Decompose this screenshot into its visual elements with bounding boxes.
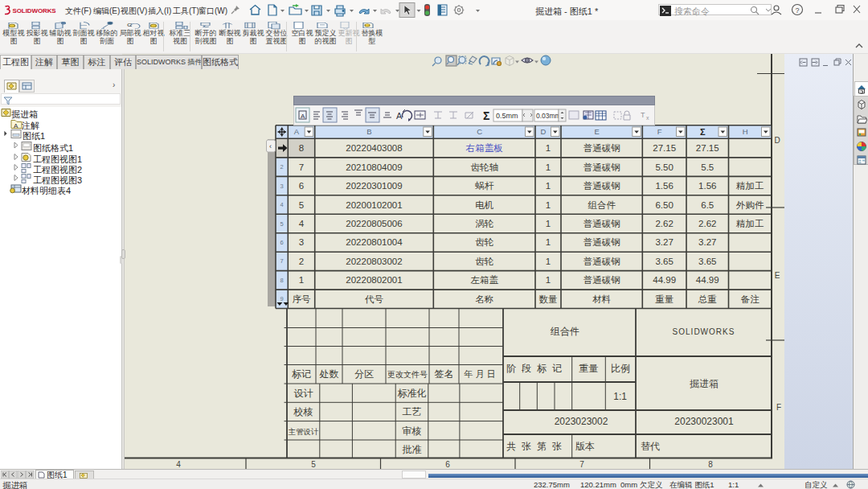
svg-text:普通碳钢: 普通碳钢 bbox=[583, 143, 620, 153]
svg-text:SOLIDWORKS: SOLIDWORKS bbox=[673, 327, 735, 336]
svg-text:代号: 代号 bbox=[364, 294, 384, 304]
svg-text:4: 4 bbox=[299, 219, 305, 228]
svg-text:6: 6 bbox=[280, 239, 284, 246]
svg-text:4: 4 bbox=[176, 460, 181, 469]
svg-text:3.27: 3.27 bbox=[655, 237, 673, 247]
svg-text:替代: 替代 bbox=[641, 441, 660, 452]
svg-text:9: 9 bbox=[280, 295, 284, 302]
svg-text:2.62: 2.62 bbox=[698, 219, 716, 228]
svg-text:1: 1 bbox=[546, 257, 551, 266]
svg-text:E: E bbox=[775, 271, 780, 280]
svg-text:7: 7 bbox=[579, 460, 584, 469]
svg-text:1: 1 bbox=[299, 275, 304, 285]
svg-text:2: 2 bbox=[299, 257, 304, 266]
svg-text:普通碳钢: 普通碳钢 bbox=[583, 181, 620, 191]
svg-text:1: 1 bbox=[546, 200, 551, 210]
svg-text:序号: 序号 bbox=[293, 294, 312, 304]
svg-text:3.65: 3.65 bbox=[698, 257, 716, 266]
svg-text:1.56: 1.56 bbox=[698, 181, 716, 191]
svg-text:处数: 处数 bbox=[319, 368, 339, 380]
svg-text:20220802001: 20220802001 bbox=[346, 275, 402, 285]
svg-text:版本: 版本 bbox=[575, 441, 595, 452]
svg-text:审核: 审核 bbox=[403, 425, 422, 437]
svg-text:主管设计: 主管设计 bbox=[289, 427, 320, 436]
svg-text:T: T bbox=[641, 111, 645, 119]
svg-text:分区: 分区 bbox=[354, 368, 374, 380]
svg-text:5: 5 bbox=[299, 200, 304, 210]
svg-text:D: D bbox=[541, 127, 547, 136]
svg-text:备注: 备注 bbox=[741, 294, 760, 304]
svg-text:掘进箱: 掘进箱 bbox=[690, 378, 719, 389]
svg-text:组合件: 组合件 bbox=[550, 326, 579, 337]
svg-text:1.56: 1.56 bbox=[655, 181, 673, 191]
svg-text:普通碳钢: 普通碳钢 bbox=[583, 219, 620, 228]
svg-text:齿轮: 齿轮 bbox=[475, 237, 494, 247]
svg-text:材料: 材料 bbox=[592, 294, 611, 304]
svg-text:名称: 名称 bbox=[475, 294, 493, 304]
svg-text:4: 4 bbox=[280, 201, 284, 208]
svg-text:20220805006: 20220805006 bbox=[346, 219, 402, 228]
svg-text:8: 8 bbox=[299, 143, 304, 153]
svg-text:涡轮: 涡轮 bbox=[475, 219, 494, 228]
svg-text:组合件: 组合件 bbox=[588, 200, 616, 210]
svg-text:3: 3 bbox=[299, 237, 304, 247]
svg-text:1: 1 bbox=[546, 275, 551, 285]
svg-text:1: 1 bbox=[546, 181, 551, 191]
svg-text:5.5: 5.5 bbox=[701, 162, 714, 172]
svg-text:44.99: 44.99 bbox=[696, 275, 719, 285]
svg-text:7: 7 bbox=[280, 257, 284, 265]
svg-text:齿轮: 齿轮 bbox=[475, 257, 494, 266]
svg-text:重量: 重量 bbox=[579, 363, 599, 374]
svg-text:普通碳钢: 普通碳钢 bbox=[583, 257, 620, 266]
svg-text:3: 3 bbox=[280, 183, 284, 190]
svg-text:?: ? bbox=[796, 6, 800, 14]
svg-text:5: 5 bbox=[280, 220, 284, 228]
svg-text:A: A bbox=[301, 113, 305, 120]
svg-text:44.99: 44.99 bbox=[653, 275, 676, 285]
svg-text:3.65: 3.65 bbox=[655, 257, 673, 266]
svg-text:普通碳钢: 普通碳钢 bbox=[583, 162, 620, 172]
svg-text:校核: 校核 bbox=[293, 406, 313, 417]
svg-text:SOLIDWORKS: SOLIDWORKS bbox=[13, 7, 57, 14]
svg-text:2023023002: 2023023002 bbox=[555, 416, 608, 427]
svg-text:‹: ‹ bbox=[269, 142, 272, 150]
svg-text:数量: 数量 bbox=[539, 294, 559, 304]
svg-text:总重: 总重 bbox=[698, 294, 717, 304]
svg-text:8: 8 bbox=[280, 277, 284, 284]
svg-text:0.03mm: 0.03mm bbox=[536, 112, 561, 120]
svg-text:Σ: Σ bbox=[483, 109, 489, 122]
svg-text:A: A bbox=[294, 127, 300, 136]
svg-text:右箱盖板: 右箱盖板 bbox=[465, 143, 503, 153]
svg-text:1:1: 1:1 bbox=[613, 391, 627, 402]
svg-text:工艺: 工艺 bbox=[403, 406, 422, 417]
svg-text:E: E bbox=[594, 127, 599, 136]
svg-text:更改文件号: 更改文件号 bbox=[387, 370, 428, 379]
svg-text:20220801004: 20220801004 bbox=[346, 237, 403, 247]
svg-text:签名: 签名 bbox=[435, 368, 454, 380]
svg-text:6.50: 6.50 bbox=[655, 200, 673, 210]
svg-text:C: C bbox=[477, 127, 482, 136]
svg-text:7: 7 bbox=[299, 162, 304, 172]
svg-text:普通碳钢: 普通碳钢 bbox=[583, 275, 620, 285]
svg-text:H: H bbox=[743, 127, 748, 136]
svg-text:C: C bbox=[127, 23, 132, 27]
svg-text:外购件: 外购件 bbox=[735, 200, 764, 210]
svg-text:27.15: 27.15 bbox=[696, 143, 719, 153]
svg-text:左箱盖: 左箱盖 bbox=[470, 275, 498, 285]
svg-text:20220403008: 20220403008 bbox=[346, 143, 402, 153]
svg-text:F: F bbox=[776, 403, 781, 412]
svg-text:20200102001: 20200102001 bbox=[346, 200, 402, 210]
svg-text:普通碳钢: 普通碳钢 bbox=[583, 237, 620, 247]
svg-text:2.62: 2.62 bbox=[655, 219, 673, 228]
svg-text:3.27: 3.27 bbox=[698, 237, 716, 247]
svg-text:D: D bbox=[774, 136, 780, 145]
svg-text:共张第张: 共张第张 bbox=[506, 441, 567, 452]
svg-text:批准: 批准 bbox=[403, 444, 422, 455]
svg-text:B: B bbox=[366, 127, 371, 136]
svg-text:1: 1 bbox=[546, 237, 551, 247]
svg-text:精加工: 精加工 bbox=[735, 219, 764, 228]
svg-text:20210804009: 20210804009 bbox=[346, 162, 402, 172]
svg-text:27.15: 27.15 bbox=[653, 143, 676, 153]
svg-text:1: 1 bbox=[546, 219, 551, 228]
svg-text:1: 1 bbox=[546, 162, 551, 172]
